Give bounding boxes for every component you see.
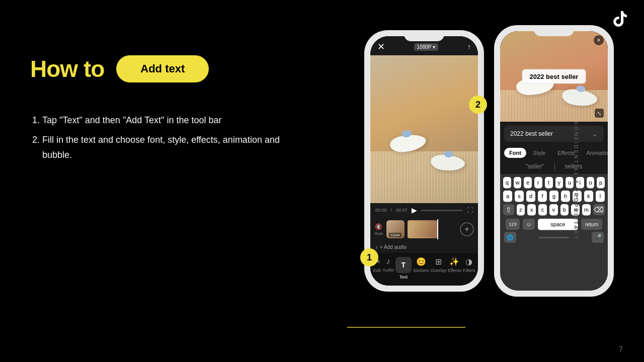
overlay-close-button[interactable]: × bbox=[594, 35, 604, 45]
key-t[interactable]: t bbox=[545, 177, 553, 188]
tool-audio[interactable]: ♪ Audio bbox=[382, 257, 394, 280]
close-icon[interactable]: ✕ bbox=[377, 41, 385, 52]
key-b[interactable]: b bbox=[560, 204, 569, 215]
keyboard-row-2: a s d f g h j k l bbox=[503, 191, 605, 202]
key-l[interactable]: l bbox=[596, 191, 605, 202]
text-overlay[interactable]: 2022 best seller bbox=[522, 69, 586, 84]
confidential-label: CONFIDENTIAL & PROPRIETARY bbox=[573, 122, 578, 240]
overlay-icon: ⊞ bbox=[435, 257, 442, 266]
key-u[interactable]: u bbox=[566, 177, 574, 188]
chevron-down-icon: ⌄ bbox=[592, 130, 598, 138]
add-audio-button[interactable]: ♪ + Add audio bbox=[375, 244, 473, 250]
timeline-bar bbox=[421, 210, 463, 211]
time-start: 00:00 bbox=[375, 208, 387, 213]
key-q[interactable]: q bbox=[503, 177, 511, 188]
phone-1-clips: 🔇 Mute Cover + bbox=[370, 217, 478, 241]
globe-key[interactable]: 🌐 bbox=[504, 232, 516, 243]
tiktok-logo bbox=[611, 10, 629, 28]
quality-selector[interactable]: 1080P ▾ bbox=[414, 43, 439, 51]
tool-overlay[interactable]: ⊞ Overlay bbox=[431, 257, 446, 280]
key-v[interactable]: v bbox=[549, 204, 558, 215]
badge-2: 2 bbox=[469, 96, 487, 114]
key-z[interactable]: z bbox=[517, 204, 525, 215]
suggestion-1[interactable]: "seller" bbox=[526, 163, 544, 171]
key-g[interactable]: g bbox=[549, 191, 558, 202]
phone-2-notch bbox=[534, 25, 574, 36]
key-p[interactable]: p bbox=[597, 177, 605, 188]
fullscreen-icon[interactable]: ⛶ bbox=[467, 207, 473, 214]
mute-button[interactable]: 🔇 Mute bbox=[374, 223, 383, 236]
keyboard-bottom-row: 123 ☺ space return bbox=[503, 218, 605, 230]
shift-key[interactable]: ⇧ bbox=[503, 204, 514, 215]
effects-icon: ✨ bbox=[449, 257, 459, 266]
mic-key[interactable]: 🎤 bbox=[592, 232, 604, 243]
bow-left bbox=[401, 130, 412, 138]
slipper-left bbox=[389, 133, 427, 154]
keyboard-suggestions: "seller" sellers bbox=[500, 160, 608, 174]
key-emoji[interactable]: ☺ bbox=[523, 219, 535, 230]
tool-filters[interactable]: ◑ Filters bbox=[463, 257, 475, 280]
key-x[interactable]: x bbox=[527, 204, 536, 215]
phone-1-toolbar: ✂ Edit ♪ Audio T Text 😊 Stickers ⊞ Ov bbox=[370, 253, 478, 286]
tab-style[interactable]: Style bbox=[528, 148, 550, 158]
left-panel: How to Add text Tap "Text" and then "Add… bbox=[30, 55, 292, 167]
space-key[interactable]: space bbox=[538, 219, 578, 230]
key-h[interactable]: h bbox=[561, 191, 570, 202]
key-k[interactable]: k bbox=[584, 191, 593, 202]
phone-2-screen: 2022 best seller × ⤡ 2022 best seller ⌄ … bbox=[500, 31, 608, 291]
key-w[interactable]: w bbox=[514, 177, 522, 188]
clip-thumbnail bbox=[410, 222, 435, 237]
key-e[interactable]: e bbox=[524, 177, 532, 188]
phone-2: 2022 best seller × ⤡ 2022 best seller ⌄ … bbox=[494, 25, 614, 297]
key-r[interactable]: r bbox=[534, 177, 542, 188]
key-m[interactable]: m bbox=[582, 204, 591, 215]
badge-1: 1 bbox=[360, 248, 378, 266]
phone-1-notch bbox=[404, 30, 444, 41]
time-end: 00:07 bbox=[396, 208, 408, 213]
how-to-row: How to Add text bbox=[30, 55, 292, 82]
tab-animation[interactable]: Animation bbox=[582, 148, 608, 158]
page-number: 7 bbox=[619, 345, 623, 353]
return-key[interactable]: return bbox=[581, 219, 602, 230]
phone-1-timeline: 00:00 / 00:07 ▶ ⛶ bbox=[370, 203, 478, 217]
key-f[interactable]: f bbox=[538, 191, 547, 202]
play-button[interactable]: ▶ bbox=[412, 206, 417, 214]
clip-segment bbox=[408, 220, 437, 238]
phone-2-video: 2022 best seller × ⤡ bbox=[500, 31, 608, 122]
video-thumbnail bbox=[370, 55, 478, 203]
add-clip-button[interactable]: + bbox=[460, 222, 474, 236]
key-s[interactable]: s bbox=[515, 191, 524, 202]
virtual-keyboard: q w e r t y u i o p a s d f g bbox=[500, 174, 608, 291]
tool-effects[interactable]: ✨ Effects bbox=[448, 257, 461, 280]
key-c[interactable]: c bbox=[538, 204, 547, 215]
key-a[interactable]: a bbox=[503, 191, 512, 202]
phone-2-input-area: 2022 best seller ⌄ bbox=[500, 122, 608, 146]
upload-icon[interactable]: ↑ bbox=[467, 43, 471, 51]
tool-text[interactable]: T Text bbox=[395, 257, 412, 280]
tab-font[interactable]: Font bbox=[504, 148, 526, 158]
bow-right bbox=[444, 151, 453, 158]
cover-clip[interactable]: Cover bbox=[386, 220, 405, 238]
tool-stickers[interactable]: 😊 Stickers bbox=[413, 257, 429, 280]
time-separator: / bbox=[391, 208, 392, 213]
phone-1-screen: ✕ 1080P ▾ ↑ bbox=[370, 36, 478, 286]
delete-key[interactable]: ⌫ bbox=[593, 204, 605, 215]
phone-1-video bbox=[370, 55, 478, 203]
key-123[interactable]: 123 bbox=[506, 219, 520, 230]
phone-1-audio: ♪ + Add audio bbox=[370, 241, 478, 253]
filters-icon: ◑ bbox=[465, 257, 472, 266]
how-to-label: How to bbox=[30, 55, 104, 82]
key-d[interactable]: d bbox=[526, 191, 535, 202]
playhead bbox=[437, 219, 438, 239]
stickers-icon: 😊 bbox=[416, 257, 426, 266]
add-text-button[interactable]: Add text bbox=[116, 55, 209, 82]
key-o[interactable]: o bbox=[587, 177, 595, 188]
keyboard-extras: 🌐 🎤 bbox=[503, 230, 605, 243]
text-input-field[interactable]: 2022 best seller ⌄ bbox=[504, 126, 604, 142]
audio-icon: ♪ bbox=[386, 257, 390, 266]
key-y[interactable]: y bbox=[555, 177, 564, 188]
overlay-resize-handle[interactable]: ⤡ bbox=[595, 109, 604, 118]
instructions-section: Tap "Text" and then "Add Text" in the to… bbox=[30, 113, 292, 163]
text-icon: T bbox=[395, 257, 412, 273]
phone-2-tabs: Font Style Effects Animation Bubble bbox=[500, 146, 608, 160]
